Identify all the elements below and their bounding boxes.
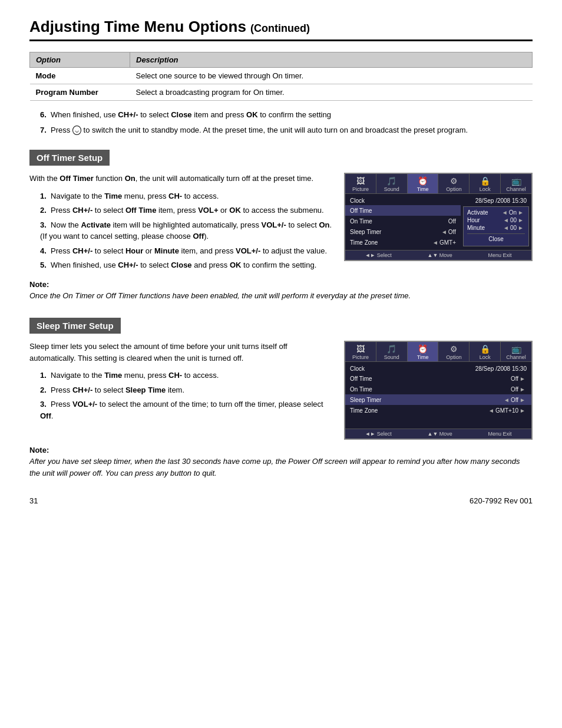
sleep-step-3: 3. Press VOL+/- to select the amount of …	[40, 398, 332, 421]
table-row: Program NumberSelect a broadcasting prog…	[30, 84, 533, 101]
document-code: 620-7992 Rev 001	[470, 496, 533, 505]
off-timer-note-text: Once the On Timer or Off Timer functions…	[29, 290, 533, 302]
off-time-row: Off Time	[345, 205, 461, 216]
select-hint-2: ◄► Select	[365, 431, 391, 437]
col-description-header: Description	[130, 52, 533, 68]
page-title: Adjusting Time Menu Options (Continued)	[29, 18, 533, 41]
off-time-row-2: Off Time Off ►	[345, 373, 531, 384]
tab-picture-2: 🖼 Picture	[345, 342, 376, 361]
table-row: ModeSelect one source to be viewed throu…	[30, 68, 533, 84]
sleep-timer-menu: 🖼 Picture 🎵 Sound ⏰ Time ⚙ Option	[344, 341, 533, 440]
activate-row: Activate ◄ On ►	[467, 209, 525, 216]
move-hint-1: ▲▼ Move	[427, 252, 452, 258]
sleep-step-1: 1. Navigate to the Time menu, press CH- …	[40, 370, 332, 381]
tab-time-2: ⏰ Time	[408, 342, 439, 361]
sleep-timer-row-2: Sleep Timer ◄ Off ►	[345, 394, 531, 405]
page-footer: 31 620-7992 Rev 001	[29, 496, 533, 505]
sleep-timer-row-1: Sleep Timer ◄ Off	[345, 226, 461, 237]
off-step-4: 4. Press CH+/- to select Hour or Minute …	[40, 245, 332, 257]
tab-lock-1: 🔒 Lock	[470, 174, 501, 193]
tab-channel-2: 📺 Channel	[501, 342, 531, 361]
tab-sound-1: 🎵 Sound	[376, 174, 408, 193]
off-step-2: 2. Press CH+/- to select Off Time item, …	[40, 205, 332, 216]
off-timer-note-label: Note:	[29, 280, 533, 289]
exit-hint-1: Menu Exit	[488, 252, 512, 258]
off-timer-section: Off Timer Setup With the Off Timer funct…	[29, 144, 533, 301]
tab-sound-2: 🎵 Sound	[376, 342, 408, 361]
off-timer-tabs: 🖼 Picture 🎵 Sound ⏰ Time ⚙ Option	[345, 174, 531, 194]
exit-hint-2: Menu Exit	[488, 431, 512, 437]
sleep-timer-footer: ◄► Select ▲▼ Move Menu Exit	[345, 429, 531, 439]
off-timer-ui: 🖼 Picture 🎵 Sound ⏰ Time ⚙ Option	[344, 173, 533, 274]
off-timer-menu-body: Clock 28/Sep /2008 15:30 Off Time On Tim…	[345, 194, 531, 250]
page-number: 31	[29, 496, 38, 505]
tab-channel-1: 📺 Channel	[501, 174, 531, 193]
sleep-timer-text: Sleep timer lets you select the amount o…	[29, 341, 332, 440]
sleep-timer-intro: Sleep timer lets you select the amount o…	[29, 341, 332, 364]
step-6: 6. When finished, use CH+/- to select Cl…	[40, 109, 533, 121]
sleep-timer-steps: 1. Navigate to the Time menu, press CH- …	[40, 370, 332, 421]
sleep-step-2: 2. Press CH+/- to select Sleep Time item…	[40, 384, 332, 396]
off-step-3: 3. Now the Activate item will be highlig…	[40, 219, 332, 242]
off-timer-header: Off Timer Setup	[29, 150, 110, 166]
on-time-row-2: On Time Off ►	[345, 384, 531, 394]
tab-option-1: ⚙ Option	[438, 174, 470, 193]
sleep-clock-row: Clock 28/Sep /2008 15:30	[345, 364, 531, 373]
sleep-timer-section: Sleep Timer Setup Sleep timer lets you s…	[29, 312, 533, 479]
tab-lock-2: 🔒 Lock	[470, 342, 501, 361]
sleep-timer-note-label: Note:	[29, 446, 533, 454]
move-hint-2: ▲▼ Move	[427, 431, 452, 437]
time-zone-row-1: Time Zone ◄ GMT+	[345, 237, 461, 248]
sleep-timer-menu-body: Clock 28/Sep /2008 15:30 Off Time Off ► …	[345, 362, 531, 429]
sleep-timer-tabs: 🖼 Picture 🎵 Sound ⏰ Time ⚙ Option	[345, 342, 531, 362]
col-option-header: Option	[30, 52, 130, 68]
tab-picture-1: 🖼 Picture	[345, 174, 376, 193]
sleep-timer-ui: 🖼 Picture 🎵 Sound ⏰ Time ⚙ Option	[344, 341, 533, 440]
sleep-timer-note-text: After you have set sleep timer, when the…	[29, 456, 533, 479]
off-step-1: 1. Navigate to the Time menu, press CH- …	[40, 190, 332, 202]
options-table: Option Description ModeSelect one source…	[29, 52, 533, 101]
on-time-row-1: On Time Off	[345, 216, 461, 226]
off-timer-menu: 🖼 Picture 🎵 Sound ⏰ Time ⚙ Option	[344, 173, 533, 261]
off-timer-text: With the Off Timer function On, the unit…	[29, 173, 332, 274]
hour-row: Hour ◄ 00 ►	[467, 216, 525, 224]
off-timer-clock-row: Clock 28/Sep /2008 15:30	[345, 196, 531, 205]
close-button-1: Close	[467, 233, 525, 244]
time-zone-row-2: Time Zone ◄ GMT+10 ►	[345, 405, 531, 416]
sleep-timer-header: Sleep Timer Setup	[29, 318, 121, 334]
step-7: 7. Press ⌵ to switch the unit to standby…	[40, 124, 533, 136]
tab-time-1: ⏰ Time	[408, 174, 439, 193]
select-hint-1: ◄► Select	[365, 252, 391, 258]
minute-row: Minute ◄ 00 ►	[467, 224, 525, 232]
off-step-5: 5. When finished, use CH+/- to select Cl…	[40, 259, 332, 271]
tab-option-2: ⚙ Option	[438, 342, 470, 361]
off-timer-footer: ◄► Select ▲▼ Move Menu Exit	[345, 250, 531, 260]
off-timer-steps: 1. Navigate to the Time menu, press CH- …	[40, 190, 332, 271]
off-timer-submenu: Activate ◄ On ► Hour ◄ 00 ►	[461, 205, 531, 248]
